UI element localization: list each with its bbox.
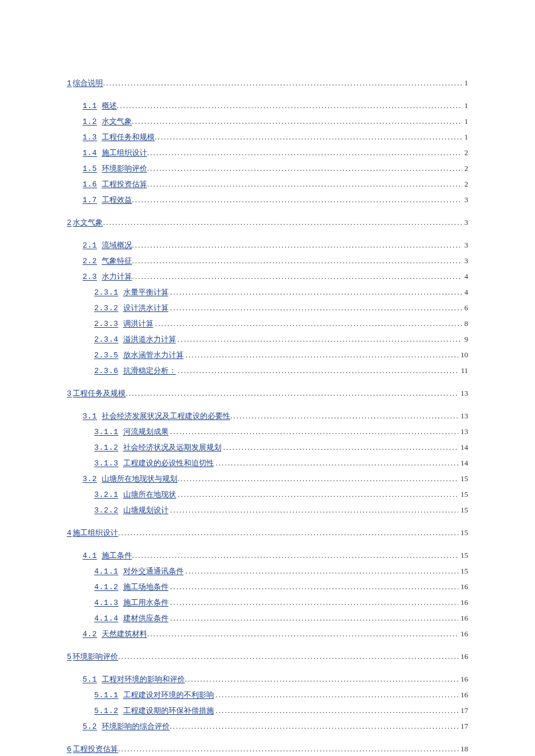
toc-entry-title[interactable]: 溢洪道水力计算 bbox=[123, 335, 176, 343]
toc-page-number: 15 bbox=[458, 564, 468, 579]
toc-entry-title[interactable]: 环境影响的综合评价 bbox=[102, 722, 170, 730]
toc-entry-title[interactable]: 工程建设期的环保补偿措施 bbox=[123, 706, 214, 715]
toc-entry-title[interactable]: 设计洪水计算 bbox=[123, 303, 169, 312]
toc-entry-title[interactable]: 工程投资估算 bbox=[102, 180, 147, 188]
toc-entry-number[interactable]: 2.3.5 bbox=[94, 351, 119, 360]
toc-entry: 3.2山塘所在地现状与规划15 bbox=[83, 471, 468, 487]
toc-entry-title[interactable]: 工程效益 bbox=[102, 195, 132, 204]
toc-entry-number[interactable]: 4 bbox=[67, 529, 72, 538]
toc-leader-dots bbox=[170, 288, 468, 296]
toc-entry: 5环境影响评价16 bbox=[67, 649, 468, 665]
toc-entry-number[interactable]: 1.7 bbox=[83, 196, 97, 205]
toc-entry-number[interactable]: 4.1.3 bbox=[94, 599, 119, 607]
toc-entry-title[interactable]: 山塘规划设计 bbox=[123, 506, 169, 514]
toc-entry-title[interactable]: 环境影响评价 bbox=[73, 652, 118, 661]
toc-entry-title[interactable]: 施工组织设计 bbox=[73, 528, 118, 537]
toc-entry-title[interactable]: 工程建设的必设性和迫切性 bbox=[123, 458, 214, 467]
toc-entry-title[interactable]: 放水涵管水力计算 bbox=[123, 350, 184, 359]
toc-entry-number[interactable]: 1.6 bbox=[83, 180, 97, 189]
toc-entry: 4.2天然建筑材料16 bbox=[83, 626, 468, 642]
toc-entry-number[interactable]: 1 bbox=[67, 79, 72, 88]
toc-entry-title[interactable]: 水量平衡计算 bbox=[123, 288, 169, 296]
toc-entry-number[interactable]: 4.1.4 bbox=[94, 614, 119, 623]
toc-entry: 1综合说明1 bbox=[67, 76, 468, 91]
toc-entry-number[interactable]: 2.3.1 bbox=[94, 288, 119, 297]
toc-entry-title[interactable]: 工程投资估算 bbox=[73, 744, 118, 753]
toc-entry: 1.7工程效益3 bbox=[83, 192, 468, 208]
toc-entry-number[interactable]: 5.1 bbox=[83, 675, 97, 684]
toc-entry-number[interactable]: 2.3 bbox=[83, 273, 97, 281]
toc-leader-dots bbox=[170, 614, 468, 622]
toc-entry: 2.3.1水量平衡计算 4 bbox=[94, 285, 468, 300]
toc-entry-title[interactable]: 天然建筑材料 bbox=[102, 629, 147, 638]
toc-entry-number[interactable]: 2.1 bbox=[83, 241, 97, 250]
toc-entry-title[interactable]: 水文气象 bbox=[73, 218, 103, 227]
toc-page-number: 16 bbox=[458, 687, 468, 703]
toc-entry-title[interactable]: 概述 bbox=[102, 101, 117, 110]
toc-entry-title[interactable]: 施工场地条件 bbox=[123, 582, 169, 591]
toc-entry-number[interactable]: 2.3.3 bbox=[94, 320, 119, 328]
toc-entry-title[interactable]: 环境影响评价 bbox=[102, 164, 147, 173]
toc-entry-title[interactable]: 调洪计算 bbox=[123, 319, 154, 328]
toc-page-number: 4 bbox=[462, 269, 469, 284]
toc-entry-number[interactable]: 1.3 bbox=[83, 133, 97, 142]
toc-entry-title[interactable]: 建材供应条件 bbox=[123, 614, 169, 622]
toc-entry-number[interactable]: 3.2 bbox=[83, 475, 97, 483]
toc-entry-title[interactable]: 对外交通通讯条件 bbox=[123, 567, 184, 575]
toc-entry-number[interactable]: 5.2 bbox=[83, 722, 97, 731]
toc-entry-title[interactable]: 施工用水条件 bbox=[123, 598, 169, 607]
toc-entry-number[interactable]: 5.1.2 bbox=[94, 707, 119, 715]
toc-entry-title[interactable]: 综合说明 bbox=[73, 78, 103, 87]
toc-entry-number[interactable]: 5 bbox=[67, 653, 72, 661]
toc-entry-title[interactable]: 抗滑稳定分析： bbox=[123, 366, 176, 375]
toc-entry-number[interactable]: 6 bbox=[67, 745, 72, 754]
toc-entry-title[interactable]: 流域概况 bbox=[102, 241, 132, 249]
toc-entry-number[interactable]: 3.1.2 bbox=[94, 443, 119, 452]
toc-leader-dots bbox=[216, 690, 468, 699]
toc-entry-title[interactable]: 水文气象 bbox=[102, 117, 132, 126]
toc-entry-title[interactable]: 山塘所在地现状 bbox=[123, 490, 176, 499]
toc-entry-title[interactable]: 社会经济发展状况及工程建设的必要性 bbox=[102, 411, 230, 420]
toc-entry-number[interactable]: 3 bbox=[67, 389, 72, 398]
toc-entry-number[interactable]: 1.1 bbox=[83, 102, 97, 110]
toc-entry-number[interactable]: 4.2 bbox=[83, 630, 97, 639]
toc-entry-number[interactable]: 4.1.2 bbox=[94, 583, 119, 592]
toc-entry-number[interactable]: 1.5 bbox=[83, 164, 97, 173]
toc-entry-number[interactable]: 3.1.3 bbox=[94, 459, 119, 468]
toc-entry-title[interactable]: 工程任务及规模 bbox=[73, 389, 126, 397]
toc-leader-dots bbox=[170, 598, 468, 607]
toc-entry-number[interactable]: 4.1 bbox=[83, 551, 97, 560]
toc-page-number: 2 bbox=[462, 161, 469, 176]
toc-entry-number[interactable]: 2.3.2 bbox=[94, 304, 119, 313]
toc-entry-title[interactable]: 社会经济状况及远期发展规划 bbox=[123, 443, 222, 452]
toc-page-number: 3 bbox=[462, 192, 469, 207]
toc-entry-title[interactable]: 工程任务和规模 bbox=[102, 132, 155, 141]
toc-entry-title[interactable]: 施工组织设计 bbox=[102, 148, 147, 157]
toc-entry-title[interactable]: 施工条件 bbox=[102, 551, 132, 560]
toc-entry-number[interactable]: 2.3.4 bbox=[94, 335, 119, 344]
toc-page-number: 15 bbox=[458, 503, 468, 518]
toc-entry-number[interactable]: 3.2.2 bbox=[94, 506, 119, 515]
toc-entry-number[interactable]: 3.1 bbox=[83, 412, 97, 421]
toc-entry-title[interactable]: 水力计算 bbox=[102, 272, 132, 281]
toc-entry-number[interactable]: 3.1.1 bbox=[94, 428, 119, 436]
toc-entry: 2水文气象3 bbox=[67, 215, 468, 231]
toc-page-number: 16 bbox=[458, 672, 468, 687]
toc-page-number: 9 bbox=[462, 332, 469, 347]
toc-entry-title[interactable]: 工程对环境的影响和评价 bbox=[102, 675, 185, 683]
toc-entry-title[interactable]: 河流规划成果 bbox=[123, 427, 169, 436]
table-of-contents: 1综合说明11.1概述11.2水文气象11.3工程任务和规模11.4施工组织设计… bbox=[67, 76, 468, 756]
toc-page-number: 8 bbox=[462, 316, 469, 331]
toc-entry-number[interactable]: 3.2.1 bbox=[94, 490, 119, 499]
toc-entry-number[interactable]: 5.1.1 bbox=[94, 691, 119, 700]
toc-entry-title[interactable]: 气象特征 bbox=[102, 256, 132, 265]
toc-entry-title[interactable]: 工程建设对环境的不利影响 bbox=[123, 690, 214, 699]
toc-leader-dots bbox=[118, 528, 468, 537]
toc-entry-number[interactable]: 2 bbox=[67, 218, 72, 227]
toc-entry-number[interactable]: 2.2 bbox=[83, 257, 97, 266]
toc-entry-number[interactable]: 4.1.1 bbox=[94, 567, 119, 576]
toc-entry-title[interactable]: 山塘所在地现状与规划 bbox=[102, 474, 177, 483]
toc-entry-number[interactable]: 1.4 bbox=[83, 149, 97, 157]
toc-entry-number[interactable]: 1.2 bbox=[83, 117, 97, 126]
toc-entry-number[interactable]: 2.3.6 bbox=[94, 367, 119, 375]
